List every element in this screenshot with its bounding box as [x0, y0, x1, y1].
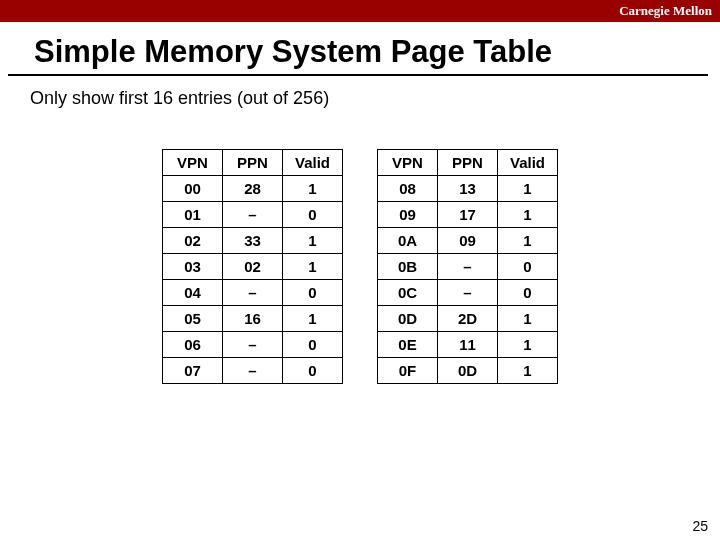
cell-valid: 0 — [283, 202, 343, 228]
cell-valid: 1 — [498, 228, 558, 254]
table-row: 0C–0 — [378, 280, 558, 306]
cell-valid: 1 — [283, 306, 343, 332]
cell-ppn: 09 — [438, 228, 498, 254]
cell-valid: 0 — [498, 254, 558, 280]
table-row: 08131 — [378, 176, 558, 202]
table-header-row: VPN PPN Valid — [163, 150, 343, 176]
cell-valid: 1 — [498, 332, 558, 358]
cell-ppn: 33 — [223, 228, 283, 254]
col-valid: Valid — [283, 150, 343, 176]
table-row: 03021 — [163, 254, 343, 280]
cell-ppn: 13 — [438, 176, 498, 202]
brand-label: Carnegie Mellon — [619, 3, 712, 18]
page-table-right: VPN PPN Valid 08131091710A0910B–00C–00D2… — [377, 149, 558, 384]
cell-vpn: 0F — [378, 358, 438, 384]
table-row: 0B–0 — [378, 254, 558, 280]
cell-valid: 1 — [283, 176, 343, 202]
cell-valid: 0 — [283, 280, 343, 306]
table-row: 07–0 — [163, 358, 343, 384]
table-row: 0F0D1 — [378, 358, 558, 384]
cell-valid: 1 — [498, 202, 558, 228]
table-row: 0E111 — [378, 332, 558, 358]
col-ppn: PPN — [438, 150, 498, 176]
cell-vpn: 0E — [378, 332, 438, 358]
table-row: 05161 — [163, 306, 343, 332]
cell-vpn: 01 — [163, 202, 223, 228]
cell-ppn: 16 — [223, 306, 283, 332]
cell-vpn: 09 — [378, 202, 438, 228]
cell-vpn: 07 — [163, 358, 223, 384]
cell-ppn: 17 — [438, 202, 498, 228]
page-number: 25 — [692, 518, 708, 534]
table-row: 0A091 — [378, 228, 558, 254]
col-vpn: VPN — [163, 150, 223, 176]
cell-vpn: 03 — [163, 254, 223, 280]
brand-bar: Carnegie Mellon — [0, 0, 720, 22]
subtitle: Only show first 16 entries (out of 256) — [0, 76, 720, 109]
cell-ppn: 02 — [223, 254, 283, 280]
cell-vpn: 05 — [163, 306, 223, 332]
col-ppn: PPN — [223, 150, 283, 176]
col-vpn: VPN — [378, 150, 438, 176]
cell-ppn: 28 — [223, 176, 283, 202]
cell-valid: 1 — [283, 254, 343, 280]
cell-vpn: 00 — [163, 176, 223, 202]
cell-ppn: – — [223, 332, 283, 358]
cell-valid: 1 — [498, 358, 558, 384]
cell-vpn: 06 — [163, 332, 223, 358]
table-header-row: VPN PPN Valid — [378, 150, 558, 176]
cell-vpn: 0B — [378, 254, 438, 280]
table-row: 02331 — [163, 228, 343, 254]
cell-vpn: 0D — [378, 306, 438, 332]
cell-ppn: – — [438, 280, 498, 306]
cell-valid: 1 — [498, 306, 558, 332]
cell-valid: 1 — [498, 176, 558, 202]
cell-valid: 0 — [283, 358, 343, 384]
cell-vpn: 0C — [378, 280, 438, 306]
cell-valid: 0 — [283, 332, 343, 358]
cell-ppn: 2D — [438, 306, 498, 332]
cell-ppn: – — [223, 280, 283, 306]
cell-vpn: 0A — [378, 228, 438, 254]
table-row: 00281 — [163, 176, 343, 202]
table-row: 06–0 — [163, 332, 343, 358]
cell-ppn: 11 — [438, 332, 498, 358]
cell-valid: 1 — [283, 228, 343, 254]
cell-vpn: 04 — [163, 280, 223, 306]
col-valid: Valid — [498, 150, 558, 176]
cell-valid: 0 — [498, 280, 558, 306]
cell-ppn: 0D — [438, 358, 498, 384]
table-row: 0D2D1 — [378, 306, 558, 332]
table-row: 09171 — [378, 202, 558, 228]
cell-vpn: 02 — [163, 228, 223, 254]
tables-container: VPN PPN Valid 0028101–0023310302104–0051… — [0, 149, 720, 384]
page-table-left: VPN PPN Valid 0028101–0023310302104–0051… — [162, 149, 343, 384]
cell-ppn: – — [223, 202, 283, 228]
cell-vpn: 08 — [378, 176, 438, 202]
page-title: Simple Memory System Page Table — [8, 22, 708, 76]
table-row: 04–0 — [163, 280, 343, 306]
cell-ppn: – — [438, 254, 498, 280]
cell-ppn: – — [223, 358, 283, 384]
table-row: 01–0 — [163, 202, 343, 228]
